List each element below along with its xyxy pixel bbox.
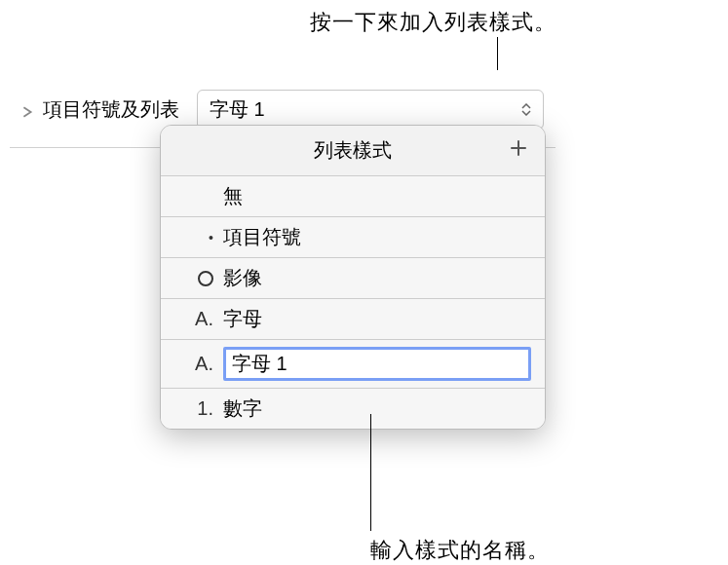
list-item[interactable]: 1. 數字 (161, 389, 545, 429)
annotation-add-style: 按一下來加入列表樣式。 (310, 8, 556, 37)
list-item[interactable]: • 項目符號 (161, 217, 545, 258)
list-item[interactable]: A. 字母 (161, 299, 545, 340)
list-styles-popover: 列表樣式 無 • 項目符號 影像 A. 字母 (160, 125, 546, 430)
callout-line (370, 414, 371, 531)
list-item[interactable]: A. (161, 340, 545, 389)
add-style-button[interactable] (506, 135, 531, 161)
list-item[interactable]: 影像 (161, 258, 545, 299)
list-item-label: 項目符號 (223, 224, 531, 250)
list-marker: A. (174, 308, 213, 330)
style-name-input[interactable] (223, 347, 531, 381)
list-marker: 1. (174, 397, 213, 420)
popover-header: 列表樣式 (161, 126, 545, 176)
list-marker: A. (174, 353, 213, 375)
bullets-lists-label: 項目符號及列表 (43, 96, 179, 123)
list-item-label: 字母 (223, 306, 531, 332)
chevron-up-down-icon (521, 103, 531, 116)
bullet-icon: • (174, 230, 213, 245)
circle-icon (174, 271, 213, 286)
popover-title: 列表樣式 (314, 137, 392, 164)
list-item[interactable]: 無 (161, 176, 545, 217)
annotation-enter-name: 輸入樣式的名稱。 (370, 536, 550, 565)
plus-icon (509, 138, 528, 158)
list-item-label: 無 (223, 183, 531, 209)
list-item-label: 數字 (223, 396, 531, 422)
list-styles-list: 無 • 項目符號 影像 A. 字母 A. 1. 數字 (161, 176, 545, 429)
list-style-dropdown[interactable]: 字母 1 (197, 90, 544, 130)
chevron-right-icon[interactable] (21, 104, 33, 116)
list-item-label: 影像 (223, 265, 531, 291)
inspector-panel: 項目符號及列表 字母 1 列表樣式 無 • 項目符號 (10, 70, 556, 479)
dropdown-selected-value: 字母 1 (210, 96, 265, 123)
